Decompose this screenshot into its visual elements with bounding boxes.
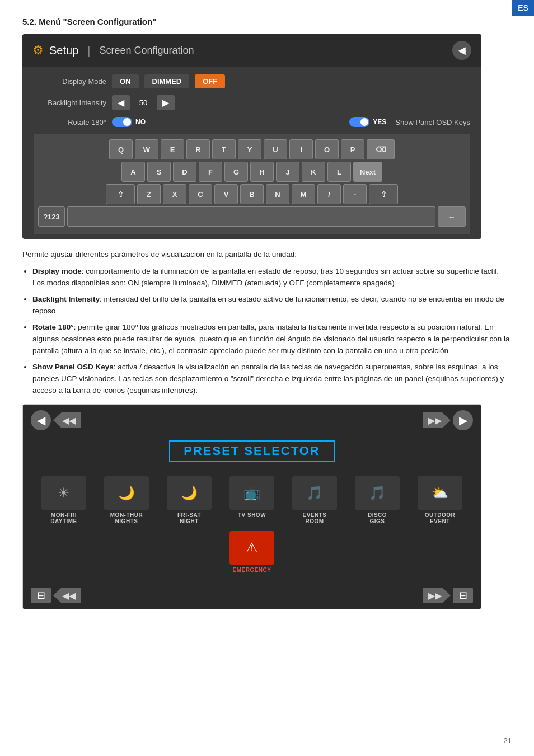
setup-divider: | <box>87 44 90 57</box>
backlight-label: Backlight Intensity <box>34 98 106 107</box>
display-mode-dimmed-button[interactable]: DIMMED <box>144 74 190 88</box>
nav-bottom-right-flat-arrow[interactable]: ▶▶ <box>423 588 451 603</box>
bullet-backlight: Backlight Intensity: intensidad del bril… <box>32 294 512 317</box>
key-b[interactable]: B <box>240 184 264 204</box>
key-p[interactable]: P <box>341 139 364 159</box>
key-g[interactable]: G <box>224 162 248 182</box>
preset-item-mon-thur[interactable]: 🌙 MON-THURNIGHTS <box>99 476 154 524</box>
bullet-display-mode: Display mode: comportamiento de la ilumi… <box>32 266 512 289</box>
rotate-toggle-label: NO <box>135 118 146 126</box>
section-title: 5.2. Menú "Screen Configuration" <box>22 17 512 26</box>
sun-icon: ☀ <box>58 485 70 501</box>
nav-right-flat-arrow[interactable]: ▶▶ <box>423 412 451 428</box>
key-w[interactable]: W <box>135 139 158 159</box>
key-m[interactable]: M <box>292 184 315 204</box>
preset-item-tv-show[interactable]: 📺 TV SHOW <box>224 476 280 524</box>
key-t[interactable]: T <box>212 139 236 159</box>
preset-label-tv-show: TV SHOW <box>238 512 266 518</box>
key-num[interactable]: ?123 <box>38 206 65 227</box>
section-number: 5.2 <box>22 17 34 26</box>
key-back[interactable]: ← <box>438 206 466 227</box>
music-icon-1: 🎵 <box>306 485 323 501</box>
moon-icon-2: 🌙 <box>181 485 198 501</box>
preset-icon-mon-thur: 🌙 <box>104 476 149 510</box>
key-l[interactable]: L <box>327 162 351 182</box>
key-a[interactable]: A <box>121 162 145 182</box>
key-dash[interactable]: - <box>343 184 367 204</box>
svg-text:▶▶: ▶▶ <box>428 591 442 600</box>
key-k[interactable]: K <box>302 162 325 182</box>
backlight-row: Backlight Intensity ◀ 50 ▶ <box>34 95 470 110</box>
bullet-display-mode-text: : comportamiento de la iluminación de la… <box>32 267 499 287</box>
rotate-label: Rotate 180° <box>34 118 106 126</box>
preset-item-mon-fri[interactable]: ☀ MON-FRIDAYTIME <box>36 476 92 524</box>
nav-bottom-left-square-button[interactable]: ⊟ <box>31 588 51 603</box>
setup-subtitle: Screen Configuration <box>99 45 194 57</box>
preset-icon-tv-show: 📺 <box>229 476 274 510</box>
key-o[interactable]: O <box>315 139 339 159</box>
svg-text:◀◀: ◀◀ <box>62 416 76 425</box>
key-slash[interactable]: / <box>317 184 341 204</box>
gear-icon: ⚙ <box>32 43 44 58</box>
osd-toggle[interactable] <box>349 117 369 127</box>
preset-nav-bottom: ⊟ ◀◀ ▶▶ ⊟ <box>23 582 481 609</box>
preset-item-emergency[interactable]: ⚠ EMERGENCY <box>224 531 280 573</box>
key-q[interactable]: Q <box>109 139 133 159</box>
bullet-rotate-text: : permite girar 180º los gráficos mostra… <box>32 323 510 355</box>
key-n[interactable]: N <box>266 184 289 204</box>
nav-left-flat-arrow[interactable]: ◀◀ <box>53 412 81 428</box>
nav-right-circle-button[interactable]: ▶ <box>453 410 473 430</box>
key-i[interactable]: I <box>289 139 313 159</box>
back-button[interactable]: ◀ <box>452 41 471 60</box>
preset-item-disco[interactable]: 🎵 DISCOGIGS <box>349 476 405 524</box>
key-y[interactable]: Y <box>238 139 261 159</box>
osd-toggle-wrap: YES <box>349 117 386 127</box>
rotate-toggle-wrap: NO <box>112 117 146 127</box>
preset-icon-mon-fri: ☀ <box>41 476 86 510</box>
display-mode-on-button[interactable]: ON <box>112 74 139 88</box>
preset-panel: ◀ ◀◀ ▶▶ ▶ PRESET SELECTOR ☀ MON-FRIDAYTI… <box>22 404 481 609</box>
preset-nav-top: ◀ ◀◀ ▶▶ ▶ <box>23 405 481 436</box>
backlight-decrease-button[interactable]: ◀ <box>112 95 130 110</box>
nav-bottom-right-square-button[interactable]: ⊟ <box>453 588 473 603</box>
key-r[interactable]: R <box>186 139 210 159</box>
preset-item-events[interactable]: 🎵 EVENTSROOM <box>287 476 343 524</box>
key-e[interactable]: E <box>161 139 184 159</box>
preset-nav-left: ◀ ◀◀ <box>31 410 81 430</box>
key-j[interactable]: J <box>276 162 299 182</box>
key-next[interactable]: Next <box>353 162 382 182</box>
music-icon-2: 🎵 <box>369 485 386 501</box>
key-shift-left[interactable]: ⇧ <box>106 184 135 204</box>
key-space[interactable] <box>67 206 435 227</box>
key-h[interactable]: H <box>250 162 274 182</box>
setup-panel: ⚙ Setup | Screen Configuration ◀ Display… <box>22 34 481 239</box>
key-c[interactable]: C <box>189 184 212 204</box>
svg-text:◀◀: ◀◀ <box>62 591 76 600</box>
backlight-increase-button[interactable]: ▶ <box>157 95 175 110</box>
osd-label: Show Panel OSD Keys <box>395 118 470 126</box>
preset-title-area: PRESET SELECTOR <box>23 436 481 468</box>
display-mode-off-button[interactable]: OFF <box>195 74 225 88</box>
key-u[interactable]: U <box>264 139 287 159</box>
key-delete[interactable]: ⌫ <box>367 139 395 159</box>
key-x[interactable]: X <box>163 184 186 204</box>
preset-icon-outdoor: ⛅ <box>418 476 462 510</box>
nav-left-circle-button[interactable]: ◀ <box>31 410 51 430</box>
preset-item-outdoor[interactable]: ⛅ OUTDOOREVENT <box>412 476 468 524</box>
key-shift-right[interactable]: ⇧ <box>369 184 398 204</box>
key-d[interactable]: D <box>173 162 196 182</box>
key-s[interactable]: S <box>147 162 171 182</box>
bullet-backlight-term: Backlight Intensity <box>32 295 100 303</box>
nav-bottom-left-flat-arrow[interactable]: ◀◀ <box>53 588 81 603</box>
preset-label-disco: DISCOGIGS <box>368 512 387 524</box>
language-badge: ES <box>512 0 534 16</box>
bullet-rotate-term: Rotate 180° <box>32 323 74 331</box>
key-v[interactable]: V <box>214 184 238 204</box>
moon-icon-1: 🌙 <box>118 485 135 501</box>
section-name: Menú "Screen Configuration" <box>39 17 156 26</box>
key-f[interactable]: F <box>199 162 222 182</box>
key-z[interactable]: Z <box>137 184 161 204</box>
rotate-toggle[interactable] <box>112 117 132 127</box>
preset-item-fri-sat[interactable]: 🌙 FRI-SATNIGHT <box>161 476 217 524</box>
preset-label-mon-fri: MON-FRIDAYTIME <box>50 512 77 524</box>
